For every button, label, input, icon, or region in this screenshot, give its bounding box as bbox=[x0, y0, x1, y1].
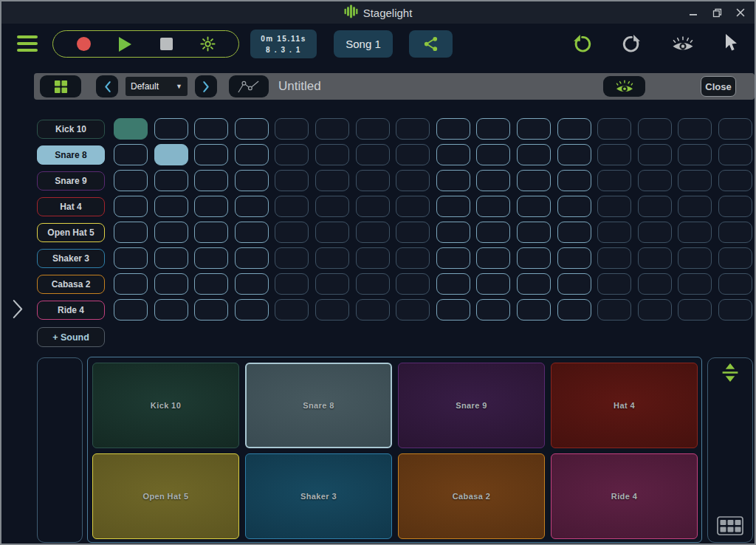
step-cell-5-3[interactable] bbox=[235, 247, 269, 269]
undo-button[interactable] bbox=[571, 33, 593, 55]
view-eye-button[interactable] bbox=[670, 34, 696, 54]
step-cell-7-14[interactable] bbox=[678, 299, 712, 321]
step-cell-5-2[interactable] bbox=[194, 247, 228, 269]
step-cell-1-9[interactable] bbox=[476, 144, 510, 165]
step-cell-2-9[interactable] bbox=[476, 170, 510, 191]
step-cell-6-15[interactable] bbox=[718, 273, 752, 295]
step-cell-0-11[interactable] bbox=[557, 118, 591, 140]
step-cell-2-0[interactable] bbox=[114, 170, 148, 191]
step-cell-3-1[interactable] bbox=[154, 196, 188, 217]
step-cell-5-15[interactable] bbox=[718, 247, 752, 269]
pad-shaker-3[interactable]: Shaker 3 bbox=[245, 453, 392, 539]
step-cell-3-10[interactable] bbox=[517, 196, 551, 217]
step-cell-7-1[interactable] bbox=[154, 299, 188, 321]
step-cell-3-9[interactable] bbox=[476, 196, 510, 217]
redo-button[interactable] bbox=[620, 33, 642, 55]
prev-pattern-button[interactable] bbox=[96, 75, 118, 97]
step-cell-0-2[interactable] bbox=[194, 118, 228, 140]
step-cell-6-6[interactable] bbox=[356, 273, 390, 295]
step-cell-0-1[interactable] bbox=[154, 118, 188, 140]
step-cell-2-15[interactable] bbox=[718, 170, 752, 191]
step-cell-6-4[interactable] bbox=[275, 273, 309, 295]
step-cell-3-4[interactable] bbox=[275, 196, 309, 217]
step-cell-3-12[interactable] bbox=[597, 196, 631, 217]
step-cell-1-6[interactable] bbox=[356, 144, 390, 165]
step-cell-4-10[interactable] bbox=[517, 222, 551, 243]
split-vertical-icon[interactable] bbox=[722, 363, 739, 385]
step-cell-2-6[interactable] bbox=[356, 170, 390, 191]
step-cell-0-13[interactable] bbox=[638, 118, 672, 140]
step-cell-6-0[interactable] bbox=[114, 273, 148, 295]
step-cell-6-5[interactable] bbox=[315, 273, 349, 295]
step-cell-5-6[interactable] bbox=[356, 247, 390, 269]
step-cell-1-3[interactable] bbox=[235, 144, 269, 165]
pad-kick-10[interactable]: Kick 10 bbox=[92, 363, 239, 448]
step-cell-4-4[interactable] bbox=[275, 222, 309, 243]
step-cell-3-14[interactable] bbox=[678, 196, 712, 217]
step-cell-6-3[interactable] bbox=[235, 273, 269, 295]
step-cell-6-11[interactable] bbox=[557, 273, 591, 295]
step-cell-7-9[interactable] bbox=[476, 299, 510, 321]
step-cell-6-2[interactable] bbox=[194, 273, 228, 295]
step-cell-6-9[interactable] bbox=[476, 273, 510, 295]
step-cell-4-2[interactable] bbox=[194, 222, 228, 243]
track-label-hat-4[interactable]: Hat 4 bbox=[37, 197, 105, 216]
step-cell-5-1[interactable] bbox=[154, 247, 188, 269]
step-cell-4-3[interactable] bbox=[235, 222, 269, 243]
automation-button[interactable] bbox=[229, 75, 269, 97]
step-cell-7-0[interactable] bbox=[114, 299, 148, 321]
step-cell-2-8[interactable] bbox=[436, 170, 470, 191]
step-cell-1-5[interactable] bbox=[315, 144, 349, 165]
step-cell-2-7[interactable] bbox=[396, 170, 430, 191]
step-cell-0-6[interactable] bbox=[356, 118, 390, 140]
step-cell-3-2[interactable] bbox=[194, 196, 228, 217]
step-cell-6-7[interactable] bbox=[396, 273, 430, 295]
step-cell-0-7[interactable] bbox=[396, 118, 430, 140]
step-cell-1-11[interactable] bbox=[557, 144, 591, 165]
cursor-tool-button[interactable] bbox=[721, 32, 740, 54]
step-cell-1-14[interactable] bbox=[678, 144, 712, 165]
pad-snare-8[interactable]: Snare 8 bbox=[245, 363, 392, 448]
step-cell-1-12[interactable] bbox=[597, 144, 631, 165]
step-cell-5-7[interactable] bbox=[396, 247, 430, 269]
step-cell-3-6[interactable] bbox=[356, 196, 390, 217]
step-cell-6-13[interactable] bbox=[638, 273, 672, 295]
step-cell-1-0[interactable] bbox=[114, 144, 148, 165]
step-cell-1-13[interactable] bbox=[638, 144, 672, 165]
pad-hat-4[interactable]: Hat 4 bbox=[551, 363, 698, 448]
step-cell-5-0[interactable] bbox=[114, 247, 148, 269]
step-cell-0-10[interactable] bbox=[517, 118, 551, 140]
step-cell-3-0[interactable] bbox=[114, 196, 148, 217]
step-cell-4-9[interactable] bbox=[476, 222, 510, 243]
track-label-kick-10[interactable]: Kick 10 bbox=[37, 120, 105, 139]
step-cell-0-14[interactable] bbox=[678, 118, 712, 140]
step-cell-2-11[interactable] bbox=[557, 170, 591, 191]
pad-cabasa-2[interactable]: Cabasa 2 bbox=[398, 453, 545, 539]
grid-view-button[interactable] bbox=[40, 75, 81, 97]
step-cell-2-2[interactable] bbox=[194, 170, 228, 191]
step-cell-1-10[interactable] bbox=[517, 144, 551, 165]
step-cell-1-7[interactable] bbox=[396, 144, 430, 165]
step-cell-7-2[interactable] bbox=[194, 299, 228, 321]
step-cell-7-13[interactable] bbox=[638, 299, 672, 321]
step-cell-2-4[interactable] bbox=[275, 170, 309, 191]
step-cell-4-8[interactable] bbox=[436, 222, 470, 243]
step-cell-2-5[interactable] bbox=[315, 170, 349, 191]
step-cell-6-1[interactable] bbox=[154, 273, 188, 295]
step-cell-0-4[interactable] bbox=[275, 118, 309, 140]
main-menu-icon[interactable] bbox=[17, 35, 38, 52]
step-cell-3-11[interactable] bbox=[557, 196, 591, 217]
step-cell-4-7[interactable] bbox=[396, 222, 430, 243]
close-icon[interactable] bbox=[734, 6, 747, 19]
step-cell-0-8[interactable] bbox=[436, 118, 470, 140]
preset-dropdown[interactable]: Default ▼ bbox=[126, 77, 188, 96]
step-cell-2-3[interactable] bbox=[235, 170, 269, 191]
pad-grid-icon[interactable] bbox=[717, 516, 743, 538]
step-cell-6-12[interactable] bbox=[597, 273, 631, 295]
track-label-shaker-3[interactable]: Shaker 3 bbox=[37, 249, 105, 268]
stop-button[interactable] bbox=[156, 33, 178, 55]
step-cell-1-1[interactable] bbox=[154, 144, 188, 165]
track-label-open-hat-5[interactable]: Open Hat 5 bbox=[37, 223, 105, 242]
step-cell-4-14[interactable] bbox=[678, 222, 712, 243]
next-pattern-button[interactable] bbox=[195, 75, 217, 97]
